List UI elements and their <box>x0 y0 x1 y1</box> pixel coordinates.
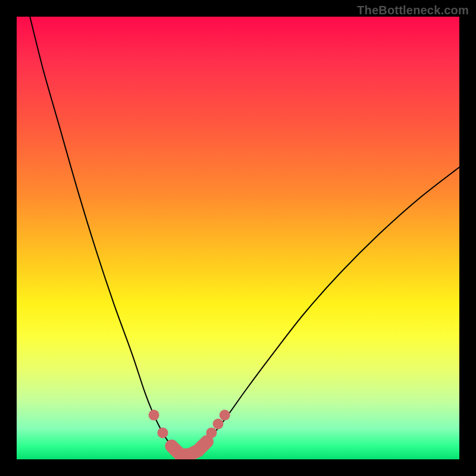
bottleneck-marker-dot <box>158 427 168 438</box>
watermark-text: TheBottleneck.com <box>357 4 469 17</box>
bottleneck-curve-line <box>30 17 459 456</box>
chart-frame: TheBottleneck.com <box>0 0 476 476</box>
bottleneck-marker-dot <box>213 419 224 430</box>
bottleneck-markers-group <box>149 410 230 459</box>
bottleneck-marker-dot <box>206 427 217 438</box>
bottleneck-marker-dot <box>220 410 230 421</box>
bottleneck-curve-path <box>30 17 459 456</box>
bottleneck-marker-dot <box>193 445 203 456</box>
bottleneck-marker-dot <box>149 410 159 421</box>
bottleneck-marker-dot <box>166 441 177 452</box>
plot-area <box>17 17 459 459</box>
chart-svg <box>17 17 459 459</box>
